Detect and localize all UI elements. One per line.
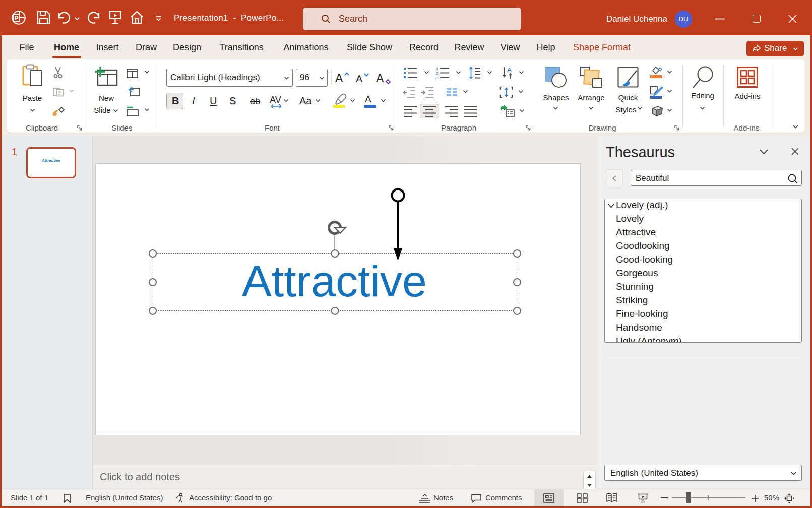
svg-text:P: P bbox=[14, 15, 18, 22]
svg-text:2: 2 bbox=[436, 71, 439, 76]
svg-text:3: 3 bbox=[436, 76, 439, 79]
svg-text:1: 1 bbox=[436, 67, 439, 71]
svg-text:A: A bbox=[507, 66, 512, 74]
